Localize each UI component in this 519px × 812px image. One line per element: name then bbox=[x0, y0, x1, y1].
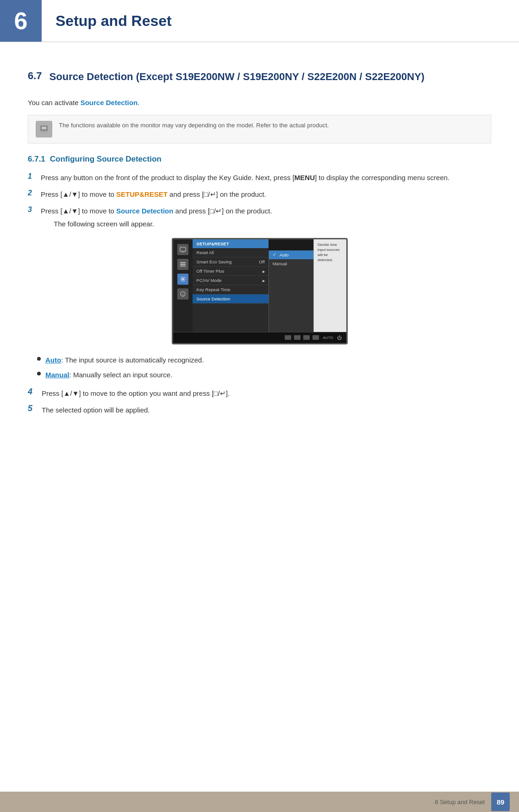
intro-end: . bbox=[138, 99, 139, 106]
chapter-badge: 6 bbox=[0, 0, 42, 42]
svg-rect-9 bbox=[180, 266, 186, 267]
step-3: 3 Press [▲/▼] to move to Source Detectio… bbox=[28, 206, 491, 230]
final-step-5: 5 The selected option will be applied. bbox=[28, 404, 491, 416]
menu-key: MENU bbox=[294, 174, 315, 181]
step-2-text: Press [▲/▼] to move to SETUP&RESET and p… bbox=[41, 189, 491, 200]
page-footer: 6 Setup and Reset 89 bbox=[0, 792, 519, 812]
page-title: Setup and Reset bbox=[56, 12, 172, 30]
svg-text:i: i bbox=[182, 293, 183, 297]
step-3-subtext: The following screen will appear. bbox=[41, 219, 272, 230]
subsection-heading: 6.7.1 Configuring Source Detection bbox=[28, 155, 491, 164]
bullet-dot-manual bbox=[37, 372, 41, 375]
final-step-4-number: 4 bbox=[28, 387, 42, 397]
menu-item-pcav: PC/AV Mode bbox=[193, 276, 268, 285]
monitor-sidebar: i bbox=[173, 239, 193, 332]
menu-header: SETUP&RESET bbox=[193, 239, 268, 248]
setup-reset-highlight: SETUP&RESET bbox=[116, 190, 168, 198]
section-heading: 6.7 Source Detection (Except S19E200NW /… bbox=[28, 70, 491, 84]
subsection-number: 6.7.1 bbox=[28, 155, 45, 164]
final-step-4-text: Press [▲/▼] to move to the option you wa… bbox=[42, 387, 230, 399]
bullet-text-auto: Auto: The input source is automatically … bbox=[45, 355, 204, 366]
subsection-title: Configuring Source Detection bbox=[50, 155, 162, 164]
menu-item-smart-eco: Smart Eco Saving Off bbox=[193, 257, 268, 267]
monitor-main-menu: SETUP&RESET Reset All Smart Eco Saving O… bbox=[193, 239, 268, 332]
monitor-inner: i SETUP&RESET Reset All Smart Eco Saving… bbox=[173, 239, 346, 332]
bullet-dot-auto bbox=[37, 357, 41, 361]
sidebar-icon-2 bbox=[177, 259, 188, 270]
note-icon bbox=[36, 121, 52, 137]
source-detection-highlight: Source Detection bbox=[116, 207, 173, 215]
sidebar-icon-gear bbox=[177, 274, 188, 285]
bottom-icon-3 bbox=[303, 335, 310, 340]
monitor-submenu: ✓Auto Manual bbox=[269, 250, 313, 332]
intro-highlight: Source Detection bbox=[81, 99, 138, 106]
menu-item-key-repeat: Key Repeat Time bbox=[193, 285, 268, 294]
steps-list: 1 Press any button on the front of the p… bbox=[28, 172, 491, 230]
final-step-5-text: The selected option will be applied. bbox=[42, 404, 150, 416]
main-content: 6.7 Source Detection (Except S19E200NW /… bbox=[0, 42, 519, 457]
section-number: 6.7 bbox=[28, 70, 42, 82]
auto-label-text: Auto bbox=[45, 356, 61, 364]
monitor-screenshot-container: i SETUP&RESET Reset All Smart Eco Saving… bbox=[28, 238, 491, 344]
bottom-icon-1 bbox=[285, 335, 291, 340]
final-steps-list: 4 Press [▲/▼] to move to the option you … bbox=[28, 387, 491, 416]
bottom-icon-2 bbox=[294, 335, 300, 340]
monitor-ui: i SETUP&RESET Reset All Smart Eco Saving… bbox=[172, 238, 348, 344]
intro-text: You can activate bbox=[28, 99, 81, 106]
submenu-auto: ✓Auto bbox=[269, 250, 313, 259]
sidebar-icon-1 bbox=[177, 244, 188, 255]
pencil-icon bbox=[39, 124, 49, 134]
step-1-number: 1 bbox=[28, 172, 41, 181]
svg-rect-0 bbox=[40, 125, 48, 131]
bullet-item-manual: Manual: Manually select an input source. bbox=[28, 369, 491, 381]
note-box: The functions available on the monitor m… bbox=[28, 115, 491, 144]
menu-item-source-detection: Source Detection bbox=[193, 294, 268, 304]
monitor-tooltip: Decide how input sources will be detecte… bbox=[313, 239, 346, 332]
page-header-title: Setup and Reset bbox=[42, 0, 186, 42]
final-step-4: 4 Press [▲/▼] to move to the option you … bbox=[28, 387, 491, 399]
svg-point-10 bbox=[182, 278, 184, 280]
bullet-item-auto: Auto: The input source is automatically … bbox=[28, 355, 491, 366]
page-header: 6 Setup and Reset bbox=[0, 0, 519, 42]
submenu-manual: Manual bbox=[269, 259, 313, 268]
step-3-text: Press [▲/▼] to move to Source Detection … bbox=[41, 207, 272, 215]
bottom-icon-4 bbox=[313, 335, 319, 340]
svg-rect-4 bbox=[180, 247, 186, 251]
power-icon: ⏻ bbox=[337, 335, 342, 340]
step-3-number: 3 bbox=[28, 206, 41, 214]
step-1: 1 Press any button on the front of the p… bbox=[28, 172, 491, 183]
manual-label-text: Manual bbox=[45, 371, 69, 379]
step-3-content: Press [▲/▼] to move to Source Detection … bbox=[41, 206, 272, 230]
svg-rect-7 bbox=[180, 262, 186, 263]
section-title: Source Detection (Except S19E200NW / S19… bbox=[50, 70, 425, 84]
final-step-5-number: 5 bbox=[28, 404, 42, 413]
footer-text: 6 Setup and Reset bbox=[435, 799, 485, 806]
bullet-text-manual: Manual: Manually select an input source. bbox=[45, 369, 172, 381]
menu-item-off-timer: Off Timer Plus bbox=[193, 267, 268, 276]
svg-rect-8 bbox=[180, 264, 186, 265]
step-2-number: 2 bbox=[28, 189, 41, 197]
sidebar-icon-info: i bbox=[177, 288, 188, 300]
intro-paragraph: You can activate Source Detection. bbox=[28, 97, 491, 108]
footer-page-badge: 89 bbox=[491, 793, 510, 811]
step-2: 2 Press [▲/▼] to move to SETUP&RESET and… bbox=[28, 189, 491, 200]
auto-label: AUTO bbox=[323, 336, 333, 340]
bullet-list: Auto: The input source is automatically … bbox=[28, 355, 491, 381]
monitor-bottom-bar: AUTO ⏻ bbox=[173, 332, 346, 343]
step-1-text: Press any button on the front of the pro… bbox=[41, 172, 491, 183]
bottom-icons bbox=[285, 335, 319, 340]
menu-item-reset-all: Reset All bbox=[193, 248, 268, 257]
note-text: The functions available on the monitor m… bbox=[59, 121, 329, 130]
svg-rect-1 bbox=[40, 131, 48, 133]
